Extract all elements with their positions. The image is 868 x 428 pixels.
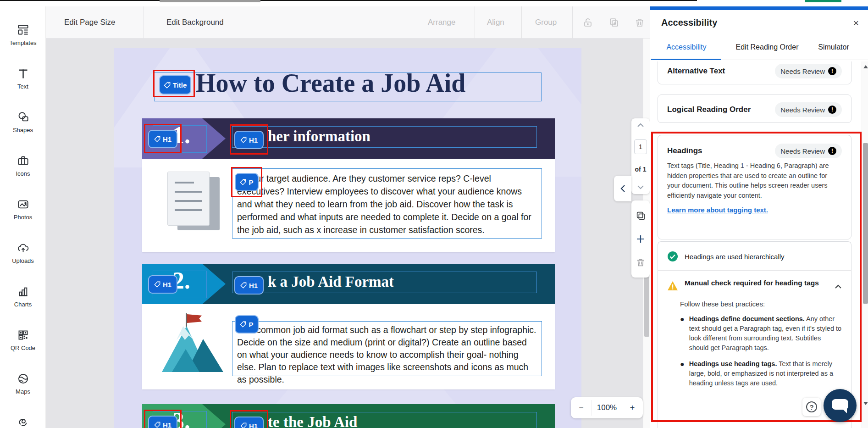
page-actions-rail	[631, 200, 650, 278]
section-1-heading[interactable]: her information	[268, 128, 370, 145]
sidebar-item-icons[interactable]: Icons	[0, 155, 46, 177]
panel-collapse-handle[interactable]	[614, 176, 631, 201]
lock-icon[interactable]	[582, 17, 593, 28]
h1-tag-badge[interactable]: H1	[148, 416, 177, 428]
panel-scrollbar-thumb[interactable]	[863, 143, 868, 304]
section-1-banner[interactable]: 1. her information H1 H1	[142, 118, 555, 159]
sidebar-item-uploads[interactable]: Uploads	[0, 242, 46, 264]
needs-review-badge[interactable]: Needs Review !	[775, 102, 842, 117]
toolbar-divider	[144, 6, 144, 39]
bullet-bold: Headings define document sections.	[689, 315, 805, 322]
p-tag-badge[interactable]: P	[235, 315, 259, 334]
h1-tag-badge[interactable]: H1	[148, 130, 177, 148]
sidebar-item-text[interactable]: Text	[0, 67, 46, 90]
duplicate-page-icon[interactable]	[636, 211, 646, 221]
section-1-paragraph-selection[interactable]: fy your target audience. Are they custom…	[232, 168, 542, 239]
h1-tag-badge[interactable]: H1	[234, 131, 264, 149]
current-page-indicator[interactable]: 1	[634, 139, 647, 154]
panel-scrollbar[interactable]	[862, 61, 868, 428]
zoom-level[interactable]: 100%	[592, 397, 622, 418]
section-2-heading[interactable]: k a Job Aid Format	[268, 273, 394, 290]
mountain-flag-icon[interactable]	[158, 312, 225, 372]
chat-button[interactable]	[824, 389, 857, 422]
tag-label: P	[249, 178, 253, 186]
globe-icon	[17, 372, 29, 385]
add-page-icon[interactable]	[635, 233, 646, 245]
help-button[interactable]: ?	[802, 398, 821, 416]
group-button[interactable]: Group	[535, 6, 557, 39]
sidebar-item-maps[interactable]: Maps	[0, 372, 46, 395]
needs-review-badge[interactable]: Needs Review !	[775, 144, 842, 158]
h1-tag-badge[interactable]: H1	[148, 275, 177, 294]
sidebar-item-shapes[interactable]: Shapes	[0, 111, 46, 133]
tag-label: H1	[249, 282, 258, 289]
bar-chart-icon	[17, 285, 29, 298]
sidebar-item-qr-code[interactable]: QR Code	[0, 329, 46, 351]
needs-review-badge[interactable]: Needs Review !	[775, 64, 842, 78]
title-selection-box[interactable]: How to Create a Job Aid	[154, 72, 542, 101]
briefcase-icon	[17, 155, 29, 167]
delete-page-icon[interactable]	[636, 257, 646, 267]
browser-button-sliver	[805, 0, 841, 2]
tag-label: H1	[163, 135, 171, 143]
zoom-out-button[interactable]: −	[571, 397, 592, 418]
check-circle-icon	[667, 251, 678, 262]
tag-icon	[240, 321, 246, 328]
page-down-icon[interactable]	[637, 185, 644, 189]
reading-order-card[interactable]: Logical Reading Order Needs Review !	[658, 94, 851, 123]
arrange-button[interactable]: Arrange	[428, 6, 455, 39]
headings-card[interactable]: Headings Needs Review ! Text tags (Title…	[658, 135, 851, 239]
panel-content: Alternative Text Needs Review ! Logical …	[650, 61, 862, 428]
sidebar-item-label: Shapes	[0, 127, 46, 133]
tag-label: H1	[249, 136, 258, 144]
sidebar-item-charts[interactable]: Charts	[0, 285, 46, 308]
text-icon	[17, 67, 29, 80]
h1-tag-badge[interactable]: H1	[234, 276, 264, 295]
page-up-icon[interactable]	[637, 123, 644, 128]
section-3-heading[interactable]: te the Job Aid	[268, 414, 357, 428]
section-2-banner[interactable]: 2. k a Job Aid Format H1 H1	[142, 264, 555, 304]
duplicate-icon[interactable]	[608, 17, 619, 28]
infographic-title[interactable]: How to Create a Job Aid	[196, 68, 466, 98]
design-canvas[interactable]: How to Create a Job Aid Title 1. her inf…	[114, 48, 581, 428]
alert-icon: !	[828, 147, 836, 155]
tag-icon	[154, 281, 160, 288]
tab-accessibility[interactable]: Accessibility	[657, 34, 716, 60]
sidebar-item-photos[interactable]: Photos	[0, 198, 46, 221]
tab-edit-reading-order[interactable]: Edit Reading Order	[733, 34, 802, 60]
edit-background-button[interactable]: Edit Background	[166, 6, 224, 39]
page-nav-rail: 1 of 1	[631, 118, 650, 194]
edit-page-size-button[interactable]: Edit Page Size	[64, 6, 116, 39]
align-button[interactable]: Align	[487, 6, 504, 39]
scroll-down-arrow[interactable]	[863, 402, 868, 405]
trash-icon[interactable]	[634, 17, 645, 28]
panel-accent-bar	[650, 6, 868, 10]
title-tag-badge[interactable]: Title	[159, 75, 191, 94]
toolbar-divider	[521, 6, 522, 39]
alt-text-card[interactable]: Alternative Text Needs Review !	[658, 61, 851, 84]
sidebar-item-label: Icons	[0, 170, 46, 177]
tag-icon	[154, 136, 160, 142]
sidebar-item-styles[interactable]: Styles	[0, 416, 46, 428]
section-2-paragraph-selection[interactable]: se a common job aid format such as a flo…	[232, 321, 542, 376]
chevron-up-icon[interactable]	[835, 284, 842, 289]
shapes-icon	[17, 111, 29, 123]
section-1-paragraph[interactable]: fy your target audience. Are they custom…	[232, 169, 542, 239]
section-2-paragraph[interactable]: se a common job aid format such as a flo…	[232, 322, 542, 388]
tab-simulator[interactable]: Simulator	[808, 34, 859, 60]
document-icon[interactable]	[163, 170, 227, 239]
zoom-in-button[interactable]: +	[622, 397, 642, 418]
section-3-banner[interactable]: 3. te the Job Aid H1 H1	[142, 404, 555, 428]
tag-icon	[240, 422, 247, 428]
learn-more-link[interactable]: Learn more about tagging text.	[658, 206, 777, 214]
photos-icon	[17, 198, 29, 211]
manual-check-row[interactable]: Manual check required for heading tags	[658, 271, 851, 294]
p-tag-badge[interactable]: P	[235, 173, 259, 191]
chat-bubble-tail	[842, 408, 847, 413]
close-icon[interactable]: ×	[853, 17, 859, 28]
tag-label: H1	[163, 421, 171, 428]
tag-label: H1	[163, 281, 171, 289]
sidebar-item-templates[interactable]: Templates	[0, 24, 46, 46]
scroll-up-arrow[interactable]	[863, 65, 868, 68]
h1-tag-badge[interactable]: H1	[234, 417, 264, 428]
